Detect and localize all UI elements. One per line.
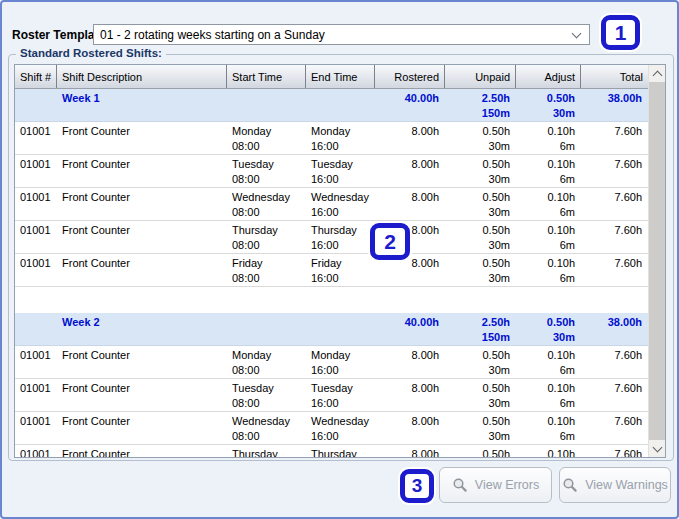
table-row[interactable]: 01001Front CounterThursday08:00Thursday1… bbox=[15, 445, 648, 457]
shift-number-cell: 01001 bbox=[15, 222, 57, 253]
end-time-cell: Tuesday16:00 bbox=[306, 380, 375, 411]
week-total-cell: 38.00h bbox=[581, 314, 648, 345]
week-label-cell: Week 2 bbox=[57, 314, 227, 345]
annotation-badge-2-label: 2 bbox=[384, 230, 396, 254]
vertical-scrollbar[interactable] bbox=[648, 65, 665, 457]
end-time-cell: Tuesday16:00 bbox=[306, 156, 375, 187]
column-header-end-time[interactable]: End Time bbox=[306, 65, 375, 88]
unpaid-cell: 0.50h30m bbox=[445, 413, 516, 444]
shift-number-cell: 01001 bbox=[15, 413, 57, 444]
section-gap bbox=[15, 287, 648, 313]
unpaid-cell: 0.50h30m bbox=[445, 255, 516, 286]
end-time-cell: Thursday16:00 bbox=[306, 446, 375, 457]
week-summary-row[interactable]: Week 240.00h2.50h150m0.50h30m38.00h bbox=[15, 313, 648, 346]
table-row[interactable]: 01001Front CounterMonday08:00Monday16:00… bbox=[15, 122, 648, 155]
table-header-row: Shift #Shift DescriptionStart TimeEnd Ti… bbox=[15, 65, 648, 89]
start-time-cell: Monday08:00 bbox=[227, 123, 306, 154]
table-row[interactable]: 01001Front CounterTuesday08:00Tuesday16:… bbox=[15, 379, 648, 412]
shift-description-cell: Front Counter bbox=[57, 446, 227, 457]
total-cell: 7.60h bbox=[581, 347, 648, 378]
shift-description-cell: Front Counter bbox=[57, 222, 227, 253]
view-warnings-label: View Warnings bbox=[585, 478, 668, 492]
table-row[interactable]: 01001Front CounterWednesday08:00Wednesda… bbox=[15, 412, 648, 445]
total-cell: 7.60h bbox=[581, 380, 648, 411]
annotation-badge-3: 3 bbox=[400, 469, 434, 503]
week-shift-cell bbox=[15, 314, 57, 345]
adjust-cell: 0.10h6m bbox=[516, 222, 581, 253]
table-row[interactable]: 01001Front CounterTuesday08:00Tuesday16:… bbox=[15, 155, 648, 188]
week-unpaid-cell: 2.50h150m bbox=[445, 90, 516, 121]
view-errors-button[interactable]: View Errors bbox=[439, 467, 552, 503]
shift-number-cell: 01001 bbox=[15, 189, 57, 220]
unpaid-cell: 0.50h30m bbox=[445, 189, 516, 220]
adjust-cell: 0.10h6m bbox=[516, 347, 581, 378]
shift-description-cell: Front Counter bbox=[57, 413, 227, 444]
adjust-cell: 0.10h6m bbox=[516, 156, 581, 187]
roster-template-select[interactable]: 01 - 2 rotating weeks starting on a Sund… bbox=[93, 24, 590, 45]
column-header-rostered[interactable]: Rostered bbox=[375, 65, 445, 88]
total-cell: 7.60h bbox=[581, 255, 648, 286]
unpaid-cell: 0.50h30m bbox=[445, 446, 516, 457]
week-end-cell bbox=[306, 314, 375, 345]
chevron-up-icon bbox=[652, 70, 662, 80]
week-adjust-cell: 0.50h30m bbox=[516, 314, 581, 345]
table-row[interactable]: 01001Front CounterFriday08:00Friday16:00… bbox=[15, 254, 648, 287]
total-cell: 7.60h bbox=[581, 189, 648, 220]
column-header-start-time[interactable]: Start Time bbox=[227, 65, 306, 88]
view-warnings-button[interactable]: View Warnings bbox=[559, 467, 671, 503]
annotation-badge-3-label: 3 bbox=[412, 475, 423, 497]
rostered-cell: 8.00h bbox=[375, 446, 445, 457]
unpaid-cell: 0.50h30m bbox=[445, 347, 516, 378]
week-rostered-cell: 40.00h bbox=[375, 314, 445, 345]
unpaid-cell: 0.50h30m bbox=[445, 123, 516, 154]
annotation-badge-1-label: 1 bbox=[615, 21, 627, 45]
scroll-up-button[interactable] bbox=[649, 65, 665, 82]
shifts-table: Shift #Shift DescriptionStart TimeEnd Ti… bbox=[14, 64, 666, 458]
column-header-shift-description[interactable]: Shift Description bbox=[57, 65, 227, 88]
shift-description-cell: Front Counter bbox=[57, 123, 227, 154]
roster-template-selected-value: 01 - 2 rotating weeks starting on a Sund… bbox=[100, 28, 325, 42]
total-cell: 7.60h bbox=[581, 222, 648, 253]
table-row[interactable]: 01001Front CounterWednesday08:00Wednesda… bbox=[15, 188, 648, 221]
adjust-cell: 0.10h6m bbox=[516, 123, 581, 154]
week-total-cell: 38.00h bbox=[581, 90, 648, 121]
end-time-cell: Wednesday16:00 bbox=[306, 413, 375, 444]
rostered-cell: 8.00h bbox=[375, 189, 445, 220]
adjust-cell: 0.10h6m bbox=[516, 189, 581, 220]
start-time-cell: Tuesday08:00 bbox=[227, 380, 306, 411]
week-summary-row[interactable]: Week 140.00h2.50h150m0.50h30m38.00h bbox=[15, 89, 648, 122]
start-time-cell: Monday08:00 bbox=[227, 347, 306, 378]
end-time-cell: Thursday16:00 bbox=[306, 222, 375, 253]
end-time-cell: Wednesday16:00 bbox=[306, 189, 375, 220]
total-cell: 7.60h bbox=[581, 446, 648, 457]
scrollbar-thumb[interactable] bbox=[649, 82, 665, 440]
shift-number-cell: 01001 bbox=[15, 123, 57, 154]
shift-number-cell: 01001 bbox=[15, 255, 57, 286]
total-cell: 7.60h bbox=[581, 123, 648, 154]
shift-description-cell: Front Counter bbox=[57, 380, 227, 411]
start-time-cell: Thursday08:00 bbox=[227, 222, 306, 253]
column-header-total[interactable]: Total bbox=[581, 65, 648, 88]
column-header-unpaid[interactable]: Unpaid bbox=[445, 65, 516, 88]
rostered-cell: 8.00h bbox=[375, 380, 445, 411]
adjust-cell: 0.10h6m bbox=[516, 380, 581, 411]
shifts-table-main: Shift #Shift DescriptionStart TimeEnd Ti… bbox=[15, 65, 648, 457]
start-time-cell: Tuesday08:00 bbox=[227, 156, 306, 187]
table-row[interactable]: 01001Front CounterThursday08:00Thursday1… bbox=[15, 221, 648, 254]
total-cell: 7.60h bbox=[581, 413, 648, 444]
column-header-adjust[interactable]: Adjust bbox=[516, 65, 581, 88]
annotation-badge-2: 2 bbox=[370, 223, 410, 260]
table-body: Week 140.00h2.50h150m0.50h30m38.00h01001… bbox=[15, 89, 648, 457]
week-adjust-cell: 0.50h30m bbox=[516, 90, 581, 121]
column-header-shift[interactable]: Shift # bbox=[15, 65, 57, 88]
week-start-cell bbox=[227, 90, 306, 121]
chevron-down-icon bbox=[572, 29, 582, 39]
shift-description-cell: Front Counter bbox=[57, 347, 227, 378]
end-time-cell: Monday16:00 bbox=[306, 123, 375, 154]
table-row[interactable]: 01001Front CounterMonday08:00Monday16:00… bbox=[15, 346, 648, 379]
scroll-down-button[interactable] bbox=[649, 440, 665, 457]
week-unpaid-cell: 2.50h150m bbox=[445, 314, 516, 345]
chevron-down-icon bbox=[652, 442, 662, 452]
rostered-cell: 8.00h bbox=[375, 347, 445, 378]
week-rostered-cell: 40.00h bbox=[375, 90, 445, 121]
